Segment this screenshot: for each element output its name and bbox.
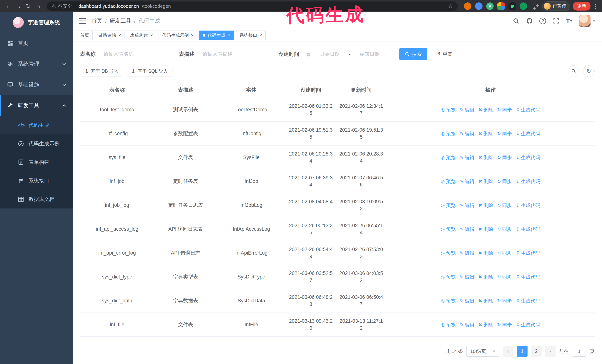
refresh-button[interactable]: ↻ (583, 65, 595, 77)
page-1-button[interactable]: 1 (517, 346, 527, 357)
row-action-edit[interactable]: ✎编辑 (460, 297, 474, 304)
import-sql-button[interactable]: ↥ 基于 SQL 导入 (127, 66, 172, 76)
extension-icon-5[interactable] (508, 2, 516, 10)
row-action-preview[interactable]: ◎预览 (441, 202, 456, 209)
back-button[interactable]: ← (3, 1, 13, 11)
row-action-edit[interactable]: ✎编辑 (460, 321, 474, 328)
row-action-sync[interactable]: ↻同步 (497, 297, 512, 304)
extension-icon-6[interactable] (520, 2, 527, 10)
sidebar-item-infra[interactable]: 基础设施 (0, 74, 73, 95)
extensions-puzzle-icon[interactable] (531, 2, 539, 10)
row-action-delete[interactable]: ✖删除 (478, 178, 493, 185)
tab-codegen-example[interactable]: 代码生成示例× (159, 31, 197, 40)
row-action-sync[interactable]: ↻同步 (497, 178, 512, 185)
row-action-delete[interactable]: ✖删除 (478, 154, 493, 161)
row-action-edit[interactable]: ✎编辑 (460, 106, 474, 113)
row-action-generate[interactable]: ↧生成代码 (516, 321, 540, 328)
address-bar[interactable]: ⚠ 不安全 dashboard.yudao.iocoder.cn/tool/co… (47, 1, 458, 11)
fullscreen-icon[interactable] (553, 18, 559, 24)
update-button[interactable]: 更新 (573, 2, 591, 10)
bookmark-star-icon[interactable]: ☆ (448, 3, 453, 10)
row-action-sync[interactable]: ↻同步 (497, 154, 512, 161)
row-action-generate[interactable]: ↧生成代码 (516, 130, 540, 137)
page-2-button[interactable]: 2 (531, 346, 542, 357)
row-action-preview[interactable]: ◎预览 (441, 273, 456, 281)
sidebar-item-codegen-example[interactable]: 代码生成示例 (0, 135, 73, 153)
search-icon[interactable] (513, 18, 519, 24)
close-icon[interactable]: × (150, 33, 153, 38)
row-action-sync[interactable]: ↻同步 (497, 321, 512, 328)
date-range-picker[interactable]: ▦ 开始日期 - 结束日期 (303, 48, 391, 60)
row-action-preview[interactable]: ◎预览 (441, 154, 456, 161)
row-action-delete[interactable]: ✖删除 (478, 226, 493, 233)
row-action-generate[interactable]: ↧生成代码 (516, 273, 540, 281)
security-warning[interactable]: ⚠ 不安全 (52, 3, 72, 10)
row-action-preview[interactable]: ◎预览 (441, 321, 456, 328)
row-action-generate[interactable]: ↧生成代码 (516, 154, 540, 161)
row-action-delete[interactable]: ✖删除 (478, 106, 493, 113)
user-avatar[interactable] (579, 15, 596, 27)
row-action-preview[interactable]: ◎预览 (441, 297, 456, 304)
row-action-edit[interactable]: ✎编辑 (460, 202, 474, 209)
start-date-placeholder[interactable]: 开始日期 (312, 51, 347, 57)
row-action-preview[interactable]: ◎预览 (441, 130, 456, 137)
search-button[interactable]: 搜索 (399, 48, 427, 60)
goto-page-input[interactable] (572, 346, 586, 357)
row-action-sync[interactable]: ↻同步 (497, 250, 512, 257)
tab-form-builder[interactable]: 表单构建× (127, 31, 156, 40)
row-action-delete[interactable]: ✖删除 (478, 250, 493, 257)
tab-tracing[interactable]: 链路追踪× (95, 31, 124, 40)
row-action-delete[interactable]: ✖删除 (478, 321, 493, 328)
close-icon[interactable]: × (191, 33, 194, 38)
page-size-select[interactable]: 10条/页 (466, 346, 499, 357)
sidebar-item-system[interactable]: 系统管理 (0, 54, 73, 74)
row-action-sync[interactable]: ↻同步 (497, 273, 512, 281)
row-action-preview[interactable]: ◎预览 (441, 178, 456, 185)
reset-button[interactable]: ↺ 重置 (431, 48, 458, 60)
row-action-delete[interactable]: ✖删除 (478, 202, 493, 209)
extension-icon-4[interactable] (497, 2, 505, 10)
row-action-generate[interactable]: ↧生成代码 (516, 250, 540, 257)
row-action-delete[interactable]: ✖删除 (478, 130, 493, 137)
close-icon[interactable]: × (259, 33, 262, 38)
app-logo[interactable]: 芋道管理系统 (0, 12, 73, 33)
home-button[interactable]: ⌂ (33, 1, 43, 11)
sidebar-item-form-builder[interactable]: 表单构建 (0, 153, 73, 171)
import-db-button[interactable]: ↥ 基于 DB 导入 (80, 66, 123, 76)
browser-menu-icon[interactable]: ⋮ (593, 3, 599, 10)
extension-icon-1[interactable] (464, 2, 472, 10)
table-desc-input[interactable] (198, 48, 270, 60)
row-action-generate[interactable]: ↧生成代码 (516, 202, 540, 209)
profile-chip[interactable]: 已暂停 (542, 1, 570, 11)
row-action-edit[interactable]: ✎编辑 (460, 226, 474, 233)
sidebar-item-codegen[interactable]: </> 代码生成 (0, 116, 73, 135)
row-action-delete[interactable]: ✖删除 (478, 273, 493, 281)
help-icon[interactable]: ? (539, 18, 546, 24)
breadcrumb-item[interactable]: 研发工具 (110, 17, 131, 25)
row-action-edit[interactable]: ✎编辑 (460, 273, 474, 281)
tab-home[interactable]: 首页 (77, 31, 93, 40)
sidebar-item-home[interactable]: 首页 (0, 33, 73, 54)
end-date-placeholder[interactable]: 结束日期 (352, 51, 387, 57)
row-action-edit[interactable]: ✎编辑 (460, 178, 474, 185)
table-name-input[interactable] (99, 48, 171, 60)
font-size-icon[interactable]: TT (566, 17, 572, 25)
prev-page-button[interactable]: ‹ (503, 346, 514, 357)
row-action-sync[interactable]: ↻同步 (497, 226, 512, 233)
github-icon[interactable] (526, 18, 533, 24)
close-icon[interactable]: × (118, 33, 121, 38)
reload-button[interactable]: ↻ (23, 1, 33, 11)
row-action-delete[interactable]: ✖删除 (478, 297, 493, 304)
row-action-sync[interactable]: ↻同步 (497, 130, 512, 137)
extension-icon-2[interactable] (475, 2, 483, 10)
row-action-preview[interactable]: ◎预览 (441, 250, 456, 257)
hamburger-icon[interactable] (79, 18, 86, 24)
row-action-preview[interactable]: ◎预览 (441, 106, 456, 113)
next-page-button[interactable]: › (545, 346, 556, 357)
tab-system-api[interactable]: 系统接口× (236, 31, 266, 40)
row-action-sync[interactable]: ↻同步 (497, 202, 512, 209)
close-icon[interactable]: × (228, 33, 230, 38)
row-action-generate[interactable]: ↧生成代码 (516, 106, 540, 113)
extension-icon-3[interactable]: V (486, 2, 494, 10)
row-action-edit[interactable]: ✎编辑 (460, 250, 474, 257)
